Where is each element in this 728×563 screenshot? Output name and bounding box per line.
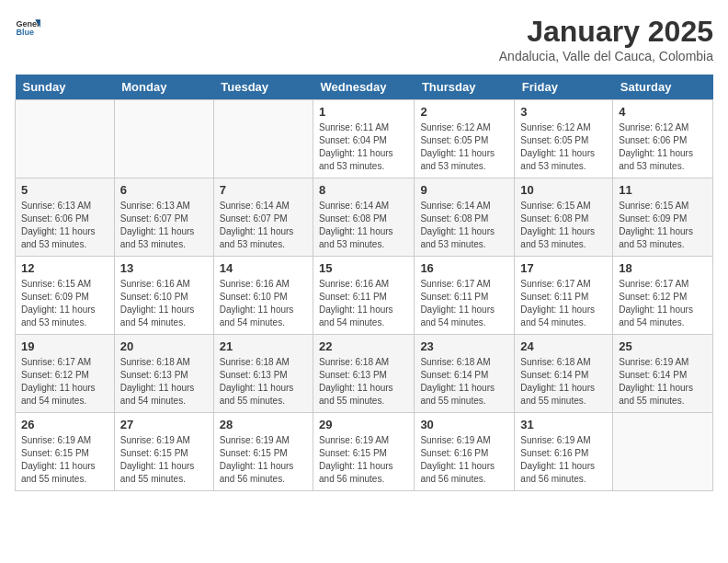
day-number: 6 — [120, 183, 208, 197]
day-info: Sunrise: 6:14 AM Sunset: 6:08 PM Dayligh… — [420, 200, 508, 251]
calendar-cell: 7Sunrise: 6:14 AM Sunset: 6:07 PM Daylig… — [213, 178, 313, 257]
day-info: Sunrise: 6:18 AM Sunset: 6:13 PM Dayligh… — [319, 356, 408, 408]
day-info: Sunrise: 6:13 AM Sunset: 6:07 PM Dayligh… — [120, 200, 208, 251]
calendar-cell: 30Sunrise: 6:19 AM Sunset: 6:16 PM Dayli… — [415, 413, 515, 491]
day-number: 18 — [619, 261, 707, 275]
calendar-table: SundayMondayTuesdayWednesdayThursdayFrid… — [15, 75, 713, 491]
calendar-cell: 21Sunrise: 6:18 AM Sunset: 6:13 PM Dayli… — [213, 335, 313, 413]
day-info: Sunrise: 6:12 AM Sunset: 6:05 PM Dayligh… — [520, 121, 607, 173]
weekday-header-friday: Friday — [515, 75, 613, 100]
calendar-cell: 12Sunrise: 6:15 AM Sunset: 6:09 PM Dayli… — [16, 257, 115, 335]
day-number: 27 — [120, 418, 208, 431]
day-number: 17 — [520, 261, 607, 275]
day-number: 22 — [319, 339, 408, 353]
weekday-header-sunday: Sunday — [16, 75, 115, 100]
day-number: 7 — [220, 183, 307, 197]
calendar-cell: 24Sunrise: 6:18 AM Sunset: 6:14 PM Dayli… — [515, 335, 613, 413]
day-info: Sunrise: 6:17 AM Sunset: 6:11 PM Dayligh… — [420, 278, 508, 329]
day-info: Sunrise: 6:15 AM Sunset: 6:09 PM Dayligh… — [21, 278, 108, 329]
day-info: Sunrise: 6:12 AM Sunset: 6:06 PM Dayligh… — [619, 121, 707, 173]
day-info: Sunrise: 6:14 AM Sunset: 6:07 PM Dayligh… — [220, 200, 307, 251]
day-number: 25 — [619, 339, 707, 353]
calendar-cell: 9Sunrise: 6:14 AM Sunset: 6:08 PM Daylig… — [415, 178, 515, 257]
calendar-week-row: 26Sunrise: 6:19 AM Sunset: 6:15 PM Dayli… — [16, 413, 713, 491]
calendar-cell: 20Sunrise: 6:18 AM Sunset: 6:13 PM Dayli… — [114, 335, 213, 413]
calendar-cell — [114, 100, 213, 178]
day-number: 4 — [619, 105, 707, 119]
calendar-cell: 15Sunrise: 6:16 AM Sunset: 6:11 PM Dayli… — [313, 257, 415, 335]
day-info: Sunrise: 6:14 AM Sunset: 6:08 PM Dayligh… — [319, 200, 408, 251]
weekday-header-thursday: Thursday — [415, 75, 515, 100]
calendar-cell — [213, 100, 313, 178]
weekday-header-wednesday: Wednesday — [313, 75, 415, 100]
day-info: Sunrise: 6:18 AM Sunset: 6:14 PM Dayligh… — [420, 356, 508, 408]
day-number: 20 — [120, 339, 208, 353]
day-info: Sunrise: 6:11 AM Sunset: 6:04 PM Dayligh… — [319, 121, 408, 173]
day-number: 19 — [21, 339, 108, 353]
calendar-cell: 1Sunrise: 6:11 AM Sunset: 6:04 PM Daylig… — [313, 100, 415, 178]
day-number: 31 — [520, 418, 607, 431]
day-number: 16 — [420, 261, 508, 275]
day-number: 9 — [420, 183, 508, 197]
day-info: Sunrise: 6:13 AM Sunset: 6:06 PM Dayligh… — [21, 200, 108, 251]
calendar-cell: 2Sunrise: 6:12 AM Sunset: 6:05 PM Daylig… — [415, 100, 515, 178]
calendar-cell: 29Sunrise: 6:19 AM Sunset: 6:15 PM Dayli… — [313, 413, 415, 491]
calendar-week-row: 1Sunrise: 6:11 AM Sunset: 6:04 PM Daylig… — [16, 100, 713, 178]
day-number: 12 — [21, 261, 108, 275]
day-number: 21 — [220, 339, 307, 353]
day-info: Sunrise: 6:18 AM Sunset: 6:13 PM Dayligh… — [220, 356, 307, 408]
location-subtitle: Andalucia, Valle del Cauca, Colombia — [499, 49, 713, 63]
calendar-cell: 25Sunrise: 6:19 AM Sunset: 6:14 PM Dayli… — [613, 335, 713, 413]
day-number: 2 — [420, 105, 508, 119]
day-info: Sunrise: 6:19 AM Sunset: 6:15 PM Dayligh… — [220, 434, 307, 486]
calendar-cell: 22Sunrise: 6:18 AM Sunset: 6:13 PM Dayli… — [313, 335, 415, 413]
calendar-cell: 27Sunrise: 6:19 AM Sunset: 6:15 PM Dayli… — [114, 413, 213, 491]
day-info: Sunrise: 6:18 AM Sunset: 6:13 PM Dayligh… — [120, 356, 208, 408]
logo: General Blue — [15, 15, 40, 40]
day-number: 13 — [120, 261, 208, 275]
day-number: 15 — [319, 261, 408, 275]
weekday-header-row: SundayMondayTuesdayWednesdayThursdayFrid… — [16, 75, 713, 100]
weekday-header-monday: Monday — [114, 75, 213, 100]
calendar-cell: 8Sunrise: 6:14 AM Sunset: 6:08 PM Daylig… — [313, 178, 415, 257]
day-number: 24 — [520, 339, 607, 353]
calendar-cell: 18Sunrise: 6:17 AM Sunset: 6:12 PM Dayli… — [613, 257, 713, 335]
day-info: Sunrise: 6:19 AM Sunset: 6:15 PM Dayligh… — [21, 434, 108, 486]
calendar-header: SundayMondayTuesdayWednesdayThursdayFrid… — [16, 75, 713, 100]
title-area: January 2025 Andalucia, Valle del Cauca,… — [499, 15, 713, 63]
day-number: 10 — [520, 183, 607, 197]
calendar-cell: 3Sunrise: 6:12 AM Sunset: 6:05 PM Daylig… — [515, 100, 613, 178]
day-info: Sunrise: 6:19 AM Sunset: 6:14 PM Dayligh… — [619, 356, 707, 408]
calendar-cell: 5Sunrise: 6:13 AM Sunset: 6:06 PM Daylig… — [16, 178, 115, 257]
day-info: Sunrise: 6:17 AM Sunset: 6:12 PM Dayligh… — [619, 278, 707, 329]
calendar-cell: 23Sunrise: 6:18 AM Sunset: 6:14 PM Dayli… — [415, 335, 515, 413]
page-header: General Blue January 2025 Andalucia, Val… — [15, 15, 713, 63]
day-number: 11 — [619, 183, 707, 197]
day-info: Sunrise: 6:16 AM Sunset: 6:11 PM Dayligh… — [319, 278, 408, 329]
logo-icon: General Blue — [15, 15, 40, 40]
calendar-cell: 10Sunrise: 6:15 AM Sunset: 6:08 PM Dayli… — [515, 178, 613, 257]
day-number: 26 — [21, 418, 108, 431]
day-info: Sunrise: 6:19 AM Sunset: 6:16 PM Dayligh… — [520, 434, 607, 486]
day-info: Sunrise: 6:12 AM Sunset: 6:05 PM Dayligh… — [420, 121, 508, 173]
calendar-cell: 13Sunrise: 6:16 AM Sunset: 6:10 PM Dayli… — [114, 257, 213, 335]
day-info: Sunrise: 6:18 AM Sunset: 6:14 PM Dayligh… — [520, 356, 607, 408]
day-number: 23 — [420, 339, 508, 353]
day-info: Sunrise: 6:19 AM Sunset: 6:16 PM Dayligh… — [420, 434, 508, 486]
calendar-cell — [16, 100, 115, 178]
day-info: Sunrise: 6:19 AM Sunset: 6:15 PM Dayligh… — [120, 434, 208, 486]
day-info: Sunrise: 6:16 AM Sunset: 6:10 PM Dayligh… — [220, 278, 307, 329]
calendar-cell: 11Sunrise: 6:15 AM Sunset: 6:09 PM Dayli… — [613, 178, 713, 257]
day-info: Sunrise: 6:15 AM Sunset: 6:08 PM Dayligh… — [520, 200, 607, 251]
day-info: Sunrise: 6:15 AM Sunset: 6:09 PM Dayligh… — [619, 200, 707, 251]
calendar-week-row: 5Sunrise: 6:13 AM Sunset: 6:06 PM Daylig… — [16, 178, 713, 257]
svg-text:Blue: Blue — [16, 28, 34, 37]
day-info: Sunrise: 6:16 AM Sunset: 6:10 PM Dayligh… — [120, 278, 208, 329]
calendar-week-row: 12Sunrise: 6:15 AM Sunset: 6:09 PM Dayli… — [16, 257, 713, 335]
day-number: 1 — [319, 105, 408, 119]
weekday-header-tuesday: Tuesday — [213, 75, 313, 100]
day-number: 14 — [220, 261, 307, 275]
day-number: 29 — [319, 418, 408, 431]
calendar-cell: 6Sunrise: 6:13 AM Sunset: 6:07 PM Daylig… — [114, 178, 213, 257]
calendar-week-row: 19Sunrise: 6:17 AM Sunset: 6:12 PM Dayli… — [16, 335, 713, 413]
